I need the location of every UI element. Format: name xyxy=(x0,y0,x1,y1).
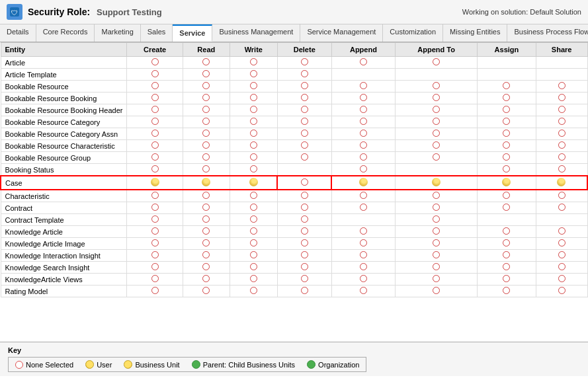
table-row[interactable]: Knowledge Article xyxy=(1,226,587,238)
cell-assign[interactable] xyxy=(478,250,536,262)
cell-read[interactable] xyxy=(183,190,230,202)
cell-delete[interactable] xyxy=(277,57,331,69)
cell-assign[interactable] xyxy=(478,93,536,104)
table-row[interactable]: Bookable Resource xyxy=(1,81,587,93)
table-row[interactable]: Rating Model xyxy=(1,285,587,297)
cell-write[interactable] xyxy=(230,250,277,262)
cell-assign[interactable] xyxy=(478,274,536,285)
cell-appendTo[interactable] xyxy=(396,116,478,128)
cell-append[interactable] xyxy=(331,164,395,176)
cell-write[interactable] xyxy=(230,104,277,116)
cell-assign[interactable] xyxy=(478,128,536,140)
cell-delete[interactable] xyxy=(277,176,331,190)
table-row[interactable]: Bookable Resource Booking Header xyxy=(1,104,587,116)
cell-delete[interactable] xyxy=(277,69,331,81)
cell-write[interactable] xyxy=(230,128,277,140)
cell-appendTo[interactable] xyxy=(396,140,478,152)
cell-create[interactable] xyxy=(127,190,183,202)
cell-create[interactable] xyxy=(127,262,183,274)
cell-assign[interactable] xyxy=(478,214,536,226)
cell-create[interactable] xyxy=(127,202,183,214)
cell-append[interactable] xyxy=(331,250,395,262)
tab-business-process-flows[interactable]: Business Process Flows xyxy=(507,24,588,42)
cell-append[interactable] xyxy=(331,152,395,164)
cell-assign[interactable] xyxy=(478,238,536,250)
cell-appendTo[interactable] xyxy=(396,152,478,164)
cell-create[interactable] xyxy=(127,250,183,262)
tab-service-management[interactable]: Service Management xyxy=(300,24,383,42)
table-row[interactable]: Bookable Resource Group xyxy=(1,152,587,164)
cell-share[interactable] xyxy=(536,190,587,202)
cell-appendTo[interactable] xyxy=(396,285,478,297)
cell-create[interactable] xyxy=(127,128,183,140)
cell-assign[interactable] xyxy=(478,190,536,202)
cell-delete[interactable] xyxy=(277,152,331,164)
table-row[interactable]: Bookable Resource Category Assn xyxy=(1,128,587,140)
cell-append[interactable] xyxy=(331,190,395,202)
cell-append[interactable] xyxy=(331,104,395,116)
cell-appendTo[interactable] xyxy=(396,104,478,116)
cell-appendTo[interactable] xyxy=(396,190,478,202)
cell-appendTo[interactable] xyxy=(396,69,478,81)
cell-delete[interactable] xyxy=(277,164,331,176)
cell-write[interactable] xyxy=(230,81,277,93)
cell-share[interactable] xyxy=(536,128,587,140)
cell-create[interactable] xyxy=(127,274,183,285)
cell-share[interactable] xyxy=(536,57,587,69)
cell-write[interactable] xyxy=(230,152,277,164)
cell-share[interactable] xyxy=(536,214,587,226)
cell-append[interactable] xyxy=(331,285,395,297)
cell-delete[interactable] xyxy=(277,262,331,274)
cell-write[interactable] xyxy=(230,57,277,69)
cell-delete[interactable] xyxy=(277,128,331,140)
cell-share[interactable] xyxy=(536,250,587,262)
cell-appendTo[interactable] xyxy=(396,262,478,274)
cell-delete[interactable] xyxy=(277,214,331,226)
cell-read[interactable] xyxy=(183,164,230,176)
cell-share[interactable] xyxy=(536,274,587,285)
table-row[interactable]: Bookable Resource Category xyxy=(1,116,587,128)
cell-assign[interactable] xyxy=(478,116,536,128)
cell-read[interactable] xyxy=(183,81,230,93)
cell-write[interactable] xyxy=(230,190,277,202)
cell-append[interactable] xyxy=(331,274,395,285)
tab-details[interactable]: Details xyxy=(0,24,36,42)
table-row[interactable]: Contract xyxy=(1,202,587,214)
cell-assign[interactable] xyxy=(478,202,536,214)
cell-appendTo[interactable] xyxy=(396,164,478,176)
cell-write[interactable] xyxy=(230,116,277,128)
table-row[interactable]: Characteristic xyxy=(1,190,587,202)
table-row[interactable]: Bookable Resource Characteristic xyxy=(1,140,587,152)
cell-delete[interactable] xyxy=(277,250,331,262)
cell-delete[interactable] xyxy=(277,104,331,116)
cell-append[interactable] xyxy=(331,57,395,69)
cell-read[interactable] xyxy=(183,69,230,81)
cell-append[interactable] xyxy=(331,116,395,128)
table-row[interactable]: Article xyxy=(1,57,587,69)
cell-assign[interactable] xyxy=(478,81,536,93)
table-row[interactable]: Case xyxy=(1,176,587,190)
table-row[interactable]: KnowledgeArticle Views xyxy=(1,274,587,285)
cell-write[interactable] xyxy=(230,214,277,226)
cell-write[interactable] xyxy=(230,69,277,81)
cell-share[interactable] xyxy=(536,202,587,214)
cell-write[interactable] xyxy=(230,285,277,297)
cell-delete[interactable] xyxy=(277,190,331,202)
cell-delete[interactable] xyxy=(277,202,331,214)
cell-append[interactable] xyxy=(331,262,395,274)
tab-marketing[interactable]: Marketing xyxy=(95,24,140,42)
cell-appendTo[interactable] xyxy=(396,226,478,238)
tab-core-records[interactable]: Core Records xyxy=(36,24,95,42)
cell-append[interactable] xyxy=(331,202,395,214)
cell-delete[interactable] xyxy=(277,140,331,152)
cell-assign[interactable] xyxy=(478,262,536,274)
cell-appendTo[interactable] xyxy=(396,214,478,226)
cell-share[interactable] xyxy=(536,140,587,152)
cell-write[interactable] xyxy=(230,202,277,214)
cell-read[interactable] xyxy=(183,274,230,285)
cell-share[interactable] xyxy=(536,152,587,164)
cell-read[interactable] xyxy=(183,202,230,214)
cell-assign[interactable] xyxy=(478,57,536,69)
cell-write[interactable] xyxy=(230,164,277,176)
table-row[interactable]: Knowledge Interaction Insight xyxy=(1,250,587,262)
